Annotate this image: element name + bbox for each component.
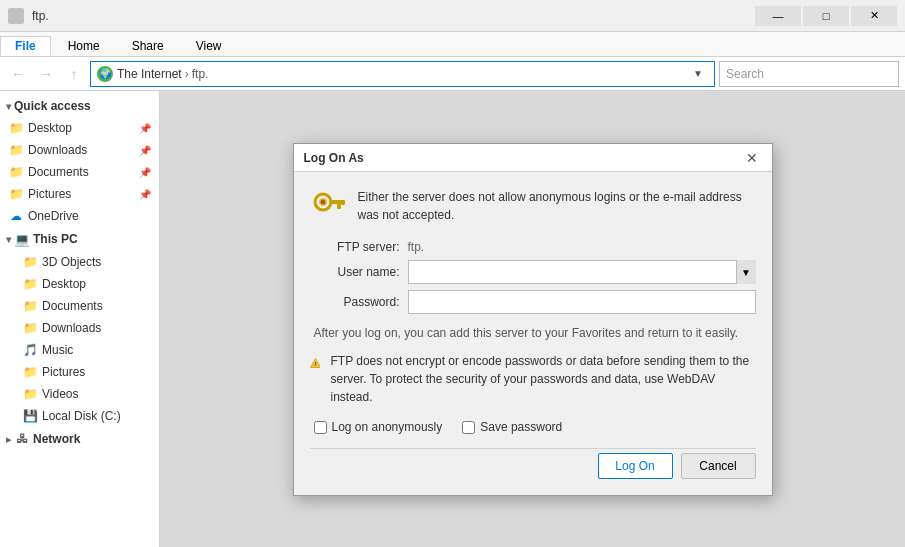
content-area: Log On As ✕ [160,91,905,547]
computer-icon: 💻 [14,231,30,247]
sidebar-section-quick-access[interactable]: ▾ Quick access [0,95,159,117]
this-pc-label: This PC [33,232,78,246]
warning-text: FTP does not encrypt or encode passwords… [330,352,755,406]
sidebar-label: Downloads [28,143,87,157]
breadcrumb-internet: The Internet [117,67,182,81]
tab-share[interactable]: Share [117,36,179,56]
svg-point-5 [320,200,325,205]
sidebar-label: Documents [42,299,103,313]
pin-icon: 📌 [139,167,151,178]
sidebar-section-network[interactable]: ▸ 🖧 Network [0,427,159,451]
log-on-button[interactable]: Log On [598,453,673,479]
anonymous-checkbox-label[interactable]: Log on anonymously [314,420,443,434]
save-password-checkbox-label[interactable]: Save password [462,420,562,434]
window-title: ftp. [32,9,49,23]
username-input[interactable] [408,260,756,284]
up-button[interactable]: ↑ [62,62,86,86]
username-combo: ▼ [408,260,756,284]
username-dropdown-arrow[interactable]: ▼ [736,260,756,284]
save-password-label: Save password [480,420,562,434]
sidebar-item-local-disk[interactable]: 💾 Local Disk (C:) [0,405,159,427]
dialog-titlebar: Log On As ✕ [294,144,772,172]
address-box[interactable]: 🌍 The Internet › ftp. ▼ [90,61,715,87]
sidebar-item-downloads[interactable]: 📁 Downloads [0,317,159,339]
sidebar: ▾ Quick access 📁 Desktop 📌 📁 Downloads 📌… [0,91,160,547]
folder-blue-icon: 📁 [8,186,24,202]
sidebar-label: Documents [28,165,89,179]
folder-blue-icon: 📁 [8,142,24,158]
pin-icon: 📌 [139,145,151,156]
folder-icon: 📁 [22,254,38,270]
quick-access-label: Quick access [14,99,91,113]
sidebar-label: Pictures [28,187,71,201]
password-input[interactable] [408,290,756,314]
sidebar-item-desktop-quick[interactable]: 📁 Desktop 📌 [0,117,159,139]
sidebar-label: Desktop [42,277,86,291]
svg-rect-3 [337,204,341,209]
address-dropdown-button[interactable]: ▼ [688,64,708,84]
folder-blue-icon: 📁 [8,120,24,136]
forward-button[interactable]: → [34,62,58,86]
dialog-close-button[interactable]: ✕ [742,148,762,168]
search-box[interactable]: Search [719,61,899,87]
sidebar-item-documents[interactable]: 📁 Documents [0,295,159,317]
close-window-button[interactable]: ✕ [851,6,897,26]
svg-rect-4 [341,200,345,205]
folder-blue-icon: 📁 [22,298,38,314]
pin-icon: 📌 [139,189,151,200]
tab-file[interactable]: File [0,36,51,56]
dialog-overlay: Log On As ✕ [160,91,905,547]
anonymous-label: Log on anonymously [332,420,443,434]
sidebar-item-pictures[interactable]: 📁 Pictures [0,361,159,383]
address-bar: ← → ↑ 🌍 The Internet › ftp. ▼ Search [0,57,905,91]
anonymous-checkbox[interactable] [314,421,327,434]
save-password-checkbox[interactable] [462,421,475,434]
sidebar-label: Downloads [42,321,101,335]
title-bar: ftp. — □ ✕ [0,0,905,32]
folder-download-icon: 📁 [22,320,38,336]
sidebar-item-videos[interactable]: 📁 Videos [0,383,159,405]
sidebar-label: Music [42,343,73,357]
dialog-warning: ! FTP does not encrypt or encode passwor… [310,352,756,406]
dialog-info-row: Either the server does not allow anonymo… [310,188,756,224]
svg-text:!: ! [314,361,316,367]
window-controls: — □ ✕ [755,6,897,26]
chevron-down-icon: ▾ [6,234,11,245]
music-icon: 🎵 [22,342,38,358]
main-layout: ▾ Quick access 📁 Desktop 📌 📁 Downloads 📌… [0,91,905,547]
breadcrumb: The Internet › ftp. [117,67,208,81]
sidebar-label: Desktop [28,121,72,135]
username-label: User name: [310,265,400,279]
dialog-note: After you log on, you can add this serve… [310,326,756,340]
dialog-body: Either the server does not allow anonymo… [294,172,772,495]
minimize-button[interactable]: — [755,6,801,26]
dialog-buttons: Log On Cancel [310,448,756,479]
warning-triangle-icon: ! [310,352,321,374]
pin-icon: 📌 [139,123,151,134]
tab-home[interactable]: Home [53,36,115,56]
sidebar-item-3dobjects[interactable]: 📁 3D Objects [0,251,159,273]
sidebar-item-music[interactable]: 🎵 Music [0,339,159,361]
ftp-server-value: ftp. [408,240,756,254]
folder-blue-icon: 📁 [22,364,38,380]
folder-blue-icon: 📁 [22,386,38,402]
chevron-down-icon: ▾ [6,101,11,112]
tab-view[interactable]: View [181,36,237,56]
sidebar-item-pictures-quick[interactable]: 📁 Pictures 📌 [0,183,159,205]
password-label: Password: [310,295,400,309]
svg-rect-2 [329,200,343,204]
sidebar-section-this-pc[interactable]: ▾ 💻 This PC [0,227,159,251]
network-label: Network [33,432,80,446]
sidebar-item-desktop[interactable]: 📁 Desktop [0,273,159,295]
cancel-button[interactable]: Cancel [681,453,756,479]
sidebar-item-onedrive[interactable]: ☁ OneDrive [0,205,159,227]
ftp-server-label: FTP server: [310,240,400,254]
sidebar-label: Local Disk (C:) [42,409,121,423]
sidebar-item-documents-quick[interactable]: 📁 Documents 📌 [0,161,159,183]
chevron-right-icon: ▸ [6,434,11,445]
sidebar-item-downloads-quick[interactable]: 📁 Downloads 📌 [0,139,159,161]
maximize-button[interactable]: □ [803,6,849,26]
folder-blue-icon: 📁 [22,276,38,292]
back-button[interactable]: ← [6,62,30,86]
dialog-info-text: Either the server does not allow anonymo… [358,188,756,224]
